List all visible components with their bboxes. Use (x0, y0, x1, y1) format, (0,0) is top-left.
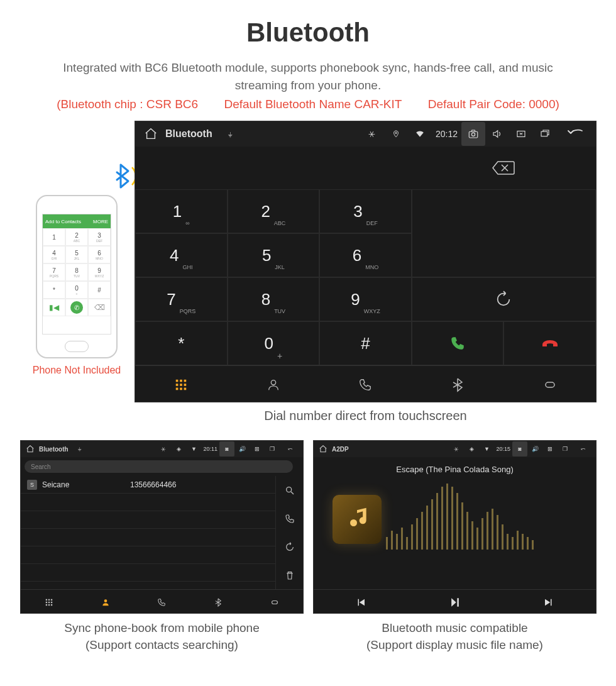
key-3[interactable]: 3DEF (319, 189, 412, 233)
svg-rect-51 (512, 537, 514, 550)
status-title: Bluetooth (39, 446, 69, 453)
page-subtitle: Integrated with BC6 Bluetooth module, su… (38, 59, 578, 94)
key-6[interactable]: 6MNO (319, 233, 412, 277)
svg-rect-4 (541, 131, 547, 136)
tab-bluetooth[interactable] (190, 590, 246, 614)
svg-point-2 (471, 133, 475, 136)
key-star[interactable]: * (135, 321, 228, 365)
dial-input-field[interactable] (135, 147, 412, 189)
spec-code: Default Pair Code: 0000) (428, 97, 559, 111)
dialer-keypad: 1∞ 2ABC 3DEF 4GHI 5JKL 6MNO 7PQRS 8TUV 9… (135, 189, 596, 365)
svg-rect-24 (51, 604, 52, 605)
close-app-icon[interactable]: ⊠ (250, 441, 265, 456)
svg-rect-9 (180, 384, 182, 386)
back-icon[interactable]: ⤺ (573, 441, 594, 456)
recent-apps-icon[interactable]: ❐ (558, 441, 573, 456)
tab-pair[interactable] (503, 366, 596, 403)
key-0[interactable]: 0+ (228, 321, 320, 365)
spec-name: Default Bluetooth Name CAR-KIT (224, 97, 402, 111)
status-title: Bluetooth (165, 128, 212, 140)
key-2[interactable]: 2ABC (228, 189, 320, 233)
location-icon (384, 122, 408, 146)
svg-rect-7 (184, 379, 187, 382)
recent-apps-icon[interactable] (533, 122, 557, 146)
svg-rect-42 (466, 512, 468, 550)
svg-rect-18 (51, 599, 52, 600)
svg-point-25 (104, 599, 107, 602)
back-icon[interactable]: ⤺ (280, 441, 301, 456)
contact-row[interactable]: S Seicane 13566664466 (21, 476, 275, 494)
status-bar-contacts: Bluetooth ⏚ ⚹ ◈ ▼ 20:11 ◙ 🔊 ⊠ ❐ ⤺ (21, 441, 303, 457)
svg-rect-13 (184, 387, 187, 390)
back-icon[interactable] (557, 122, 592, 146)
tab-pair[interactable] (246, 590, 303, 614)
svg-point-0 (395, 132, 397, 134)
home-icon[interactable] (316, 441, 331, 456)
svg-rect-31 (411, 524, 413, 550)
svg-rect-21 (51, 601, 52, 602)
music-screen: A2DP ⚹ ◈ ▼ 20:15 ◙ 🔊 ⊠ ❐ ⤺ Escape (The P… (313, 440, 597, 614)
prev-track-button[interactable] (314, 590, 408, 614)
svg-rect-19 (46, 601, 47, 602)
key-9[interactable]: 9WXYZ (319, 277, 412, 321)
play-pause-button[interactable] (408, 590, 502, 614)
volume-icon[interactable] (485, 122, 509, 146)
spec-chip: (Bluetooth chip : CSR BC6 (57, 97, 198, 111)
search-icon[interactable] (276, 476, 303, 504)
svg-point-14 (271, 380, 275, 384)
close-app-icon[interactable]: ⊠ (542, 441, 558, 456)
tab-call-log[interactable] (319, 366, 412, 403)
sync-icon[interactable] (276, 533, 303, 561)
key-5[interactable]: 5JKL (228, 233, 320, 277)
svg-rect-38 (446, 484, 448, 550)
recent-apps-icon[interactable]: ❐ (265, 441, 280, 456)
svg-rect-28 (396, 534, 398, 550)
key-hash[interactable]: # (319, 321, 412, 365)
location-icon: ◈ (464, 441, 479, 456)
tab-contacts[interactable] (77, 590, 134, 614)
svg-rect-10 (184, 384, 187, 386)
dialer-caption: Dial number direct from touchscreen (135, 409, 597, 423)
screenshot-icon[interactable]: ◙ (219, 441, 234, 456)
svg-rect-33 (421, 512, 423, 550)
key-4[interactable]: 4GHI (135, 233, 228, 277)
svg-rect-37 (441, 487, 443, 550)
home-icon[interactable] (23, 441, 38, 456)
volume-icon[interactable]: 🔊 (234, 441, 250, 456)
screenshot-icon[interactable] (461, 122, 485, 146)
svg-rect-43 (471, 521, 473, 550)
bluetooth-status-icon: ⚹ (449, 441, 464, 456)
close-app-icon[interactable] (509, 122, 533, 146)
search-input[interactable]: Search (25, 460, 293, 473)
status-bar-music: A2DP ⚹ ◈ ▼ 20:15 ◙ 🔊 ⊠ ❐ ⤺ (314, 441, 596, 457)
screenshot-icon[interactable]: ◙ (512, 441, 527, 456)
tab-call-log[interactable] (134, 590, 190, 614)
key-1[interactable]: 1∞ (135, 189, 228, 233)
key-8[interactable]: 8TUV (228, 277, 320, 321)
status-time: 20:11 (203, 446, 217, 452)
hangup-button[interactable] (503, 321, 596, 365)
svg-rect-46 (487, 512, 488, 550)
redial-button[interactable] (412, 277, 596, 321)
phone-illustration: Add to Contacts MORE 1 2ABC 3DEF 4GHI 5J… (26, 195, 127, 376)
backspace-button[interactable] (412, 147, 596, 189)
svg-rect-17 (48, 599, 50, 600)
song-title: Escape (The Pina Colada Song) (396, 465, 513, 474)
phone-top-right: MORE (93, 219, 108, 224)
tab-contacts[interactable] (228, 366, 320, 403)
svg-rect-52 (517, 531, 519, 550)
home-icon[interactable] (139, 122, 163, 146)
tab-keypad[interactable] (21, 590, 77, 614)
call-icon[interactable] (276, 504, 303, 533)
tab-bluetooth[interactable] (412, 366, 504, 403)
next-track-button[interactable] (502, 590, 596, 614)
bluetooth-status-icon: ⚹ (156, 441, 171, 456)
call-button[interactable] (412, 321, 504, 365)
contacts-screen: Bluetooth ⏚ ⚹ ◈ ▼ 20:11 ◙ 🔊 ⊠ ❐ ⤺ Search… (20, 440, 304, 614)
contact-number: 13566664466 (130, 480, 176, 489)
tab-keypad[interactable] (135, 366, 228, 403)
phone-device: Add to Contacts MORE 1 2ABC 3DEF 4GHI 5J… (36, 195, 118, 358)
key-7[interactable]: 7PQRS (135, 277, 228, 321)
volume-icon[interactable]: 🔊 (527, 441, 542, 456)
delete-icon[interactable] (276, 561, 303, 589)
